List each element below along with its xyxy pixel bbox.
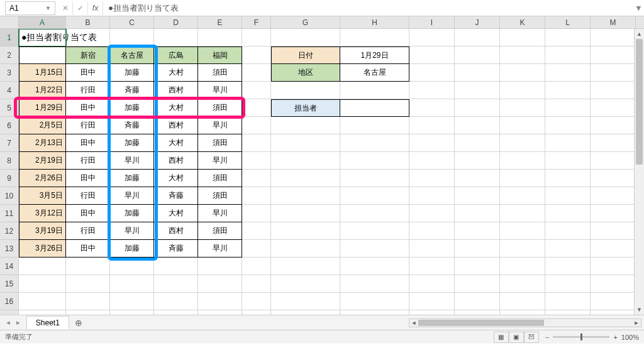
nav-first-icon[interactable]: ◄: [4, 319, 13, 326]
cell-K3[interactable]: [500, 64, 545, 82]
cell-H2[interactable]: 1月29日: [340, 46, 409, 64]
cell-J11[interactable]: [455, 205, 500, 222]
cell-E5[interactable]: 須田: [198, 99, 242, 117]
cell-B11[interactable]: 田中: [66, 205, 110, 222]
row-header[interactable]: 16: [0, 293, 19, 310]
cell-G15[interactable]: [271, 275, 340, 293]
cell-L10[interactable]: [545, 187, 591, 205]
cell-A9[interactable]: 2月26日: [19, 170, 66, 187]
row-header[interactable]: 14: [0, 258, 19, 275]
cell-I15[interactable]: [409, 275, 455, 293]
cell-J16[interactable]: [455, 293, 500, 310]
cell-G5[interactable]: 担当者: [271, 99, 340, 117]
cell-K1[interactable]: [500, 29, 545, 46]
cell-J13[interactable]: [455, 240, 500, 258]
cell-L16[interactable]: [545, 293, 591, 310]
cell-K5[interactable]: [500, 99, 545, 117]
cell-I7[interactable]: [409, 134, 455, 152]
formula-input[interactable]: [103, 1, 633, 15]
cell-H11[interactable]: [340, 205, 409, 222]
cell-G12[interactable]: [271, 222, 340, 240]
cell-A8[interactable]: 2月19日: [19, 152, 66, 170]
cell-I4[interactable]: [409, 82, 455, 99]
cell-L5[interactable]: [545, 99, 591, 117]
cell-F14[interactable]: [242, 258, 271, 275]
cell-C9[interactable]: 加藤: [110, 170, 154, 187]
cell-C15[interactable]: [110, 275, 154, 293]
cell-B13[interactable]: 田中: [66, 240, 110, 258]
cell-A10[interactable]: 3月5日: [19, 187, 66, 205]
cell-G17[interactable]: [271, 310, 340, 315]
cell-G10[interactable]: [271, 187, 340, 205]
cell-D8[interactable]: 西村: [154, 152, 198, 170]
col-header-L[interactable]: L: [545, 16, 591, 28]
scroll-up-icon[interactable]: ▲: [635, 29, 644, 39]
cell-B15[interactable]: [66, 275, 110, 293]
cell-F4[interactable]: [242, 82, 271, 99]
cell-I8[interactable]: [409, 152, 455, 170]
cell-B3[interactable]: 田中: [66, 64, 110, 82]
cell-L13[interactable]: [545, 240, 591, 258]
cell-C10[interactable]: 早川: [110, 187, 154, 205]
cell-I10[interactable]: [409, 187, 455, 205]
name-box[interactable]: A1 ▼: [5, 1, 55, 15]
zoom-out-button[interactable]: −: [545, 334, 549, 341]
cell-M4[interactable]: [591, 82, 636, 99]
cell-H15[interactable]: [340, 275, 409, 293]
cell-A15[interactable]: [19, 275, 66, 293]
row-header[interactable]: 10: [0, 187, 19, 205]
cell-E7[interactable]: 須田: [198, 134, 242, 152]
cell-E15[interactable]: [198, 275, 242, 293]
cell-L14[interactable]: [545, 258, 591, 275]
cell-B17[interactable]: [66, 310, 110, 315]
cell-M14[interactable]: [591, 258, 636, 275]
cell-F13[interactable]: [242, 240, 271, 258]
cell-F8[interactable]: [242, 152, 271, 170]
cell-J17[interactable]: [455, 310, 500, 315]
sheet-tab[interactable]: Sheet1: [26, 316, 69, 329]
cell-F2[interactable]: [242, 46, 271, 64]
cell-G11[interactable]: [271, 205, 340, 222]
col-header-C[interactable]: C: [110, 16, 154, 28]
cell-B12[interactable]: 行田: [66, 222, 110, 240]
view-layout-icon[interactable]: ▣: [509, 332, 524, 343]
cell-G1[interactable]: [271, 29, 340, 46]
cell-E8[interactable]: 早川: [198, 152, 242, 170]
cell-M2[interactable]: [591, 46, 636, 64]
cell-A7[interactable]: 2月13日: [19, 134, 66, 152]
cell-D12[interactable]: 西村: [154, 222, 198, 240]
cell-L6[interactable]: [545, 117, 591, 134]
chevron-down-icon[interactable]: ▼: [45, 5, 51, 11]
cell-I1[interactable]: [409, 29, 455, 46]
cell-K17[interactable]: [500, 310, 545, 315]
cell-H16[interactable]: [340, 293, 409, 310]
col-header-I[interactable]: I: [409, 16, 455, 28]
cell-J8[interactable]: [455, 152, 500, 170]
scroll-left-icon[interactable]: ◄: [409, 320, 418, 326]
cell-J5[interactable]: [455, 99, 500, 117]
col-header-J[interactable]: J: [455, 16, 500, 28]
row-header[interactable]: 7: [0, 134, 19, 152]
cell-F3[interactable]: [242, 64, 271, 82]
cell-M7[interactable]: [591, 134, 636, 152]
view-normal-icon[interactable]: ▦: [494, 332, 509, 343]
cell-M13[interactable]: [591, 240, 636, 258]
add-sheet-button[interactable]: ⊕: [72, 316, 86, 330]
cell-H7[interactable]: [340, 134, 409, 152]
cell-H12[interactable]: [340, 222, 409, 240]
cell-F1[interactable]: [242, 29, 271, 46]
cell-B9[interactable]: 田中: [66, 170, 110, 187]
row-header[interactable]: 4: [0, 82, 19, 99]
cell-H13[interactable]: [340, 240, 409, 258]
cell-M17[interactable]: [591, 310, 636, 315]
cell-G7[interactable]: [271, 134, 340, 152]
cell-M9[interactable]: [591, 170, 636, 187]
cell-F6[interactable]: [242, 117, 271, 134]
cell-A16[interactable]: [19, 293, 66, 310]
cell-H8[interactable]: [340, 152, 409, 170]
cell-G16[interactable]: [271, 293, 340, 310]
cell-B4[interactable]: 行田: [66, 82, 110, 99]
cell-D17[interactable]: [154, 310, 198, 315]
cell-G6[interactable]: [271, 117, 340, 134]
cell-B7[interactable]: 田中: [66, 134, 110, 152]
